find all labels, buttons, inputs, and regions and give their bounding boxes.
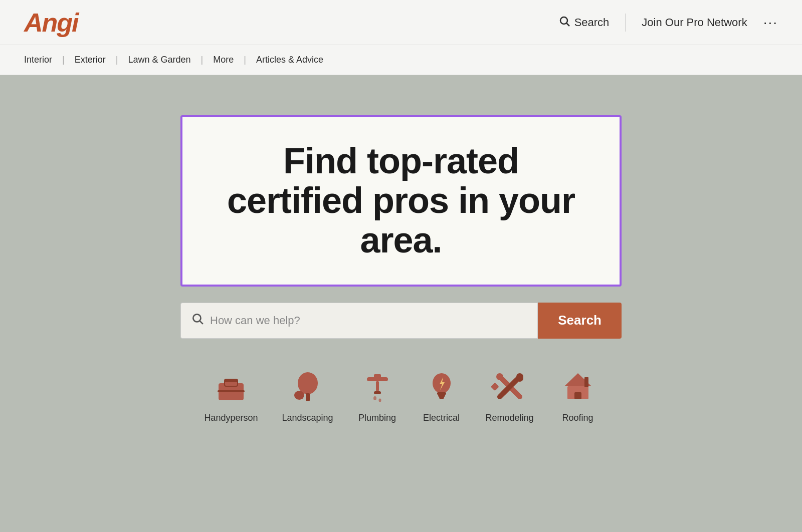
svg-point-15	[373, 396, 376, 400]
nav-item-interior[interactable]: Interior	[24, 55, 62, 65]
svg-rect-20	[439, 397, 444, 399]
join-pro-button[interactable]: Join Our Pro Network	[642, 16, 747, 29]
header: Angi Search Join Our Pro Network ···	[0, 0, 802, 45]
nav-item-lawn[interactable]: Lawn & Garden	[118, 55, 200, 65]
search-nav[interactable]: Search	[558, 15, 610, 30]
handyperson-icon	[211, 367, 251, 407]
landscaping-icon	[288, 367, 328, 407]
svg-point-2	[193, 314, 200, 322]
nav-item-more[interactable]: More	[203, 55, 244, 65]
svg-point-0	[560, 17, 567, 24]
svg-point-10	[294, 391, 304, 400]
svg-rect-14	[374, 391, 381, 394]
plumbing-icon	[357, 367, 397, 407]
nav-item-articles[interactable]: Articles & Advice	[246, 55, 333, 65]
search-bar-icon	[191, 312, 204, 329]
header-right: Search Join Our Pro Network ···	[558, 14, 778, 32]
svg-point-8	[298, 372, 318, 394]
svg-rect-19	[438, 395, 445, 397]
svg-rect-6	[225, 379, 238, 382]
search-bar-container: Search	[180, 303, 622, 339]
svg-rect-13	[376, 381, 379, 391]
remodeling-icon	[490, 367, 530, 407]
remodeling-label: Remodeling	[486, 413, 534, 423]
logo[interactable]: Angi	[24, 8, 78, 38]
main-content: Find top-rated certified pros in your ar…	[0, 75, 802, 453]
electrical-icon	[422, 367, 462, 407]
svg-rect-7	[218, 390, 245, 392]
svg-point-29	[516, 373, 523, 380]
handyperson-label: Handyperson	[204, 413, 258, 423]
roofing-label: Roofing	[562, 413, 593, 423]
navbar: Interior | Exterior | Lawn & Garden | Mo…	[0, 45, 802, 75]
svg-rect-12	[367, 377, 388, 381]
roofing-icon	[558, 367, 598, 407]
svg-rect-23	[490, 382, 499, 391]
svg-line-3	[200, 321, 203, 324]
electrical-label: Electrical	[423, 413, 460, 423]
svg-rect-18	[437, 392, 446, 395]
category-landscaping[interactable]: Landscaping	[282, 367, 333, 423]
hero-box: Find top-rated certified pros in your ar…	[180, 115, 622, 287]
svg-rect-9	[306, 393, 310, 401]
category-electrical[interactable]: Electrical	[422, 367, 462, 423]
svg-rect-32	[574, 392, 581, 399]
search-label: Search	[574, 16, 610, 29]
category-handyperson[interactable]: Handyperson	[204, 367, 258, 423]
svg-line-1	[566, 23, 569, 26]
more-menu-button[interactable]: ···	[763, 15, 778, 31]
hero-title: Find top-rated certified pros in your ar…	[223, 141, 579, 260]
search-bar	[180, 303, 538, 339]
plumbing-label: Plumbing	[358, 413, 396, 423]
svg-point-28	[496, 373, 503, 380]
svg-point-16	[378, 398, 381, 402]
svg-rect-33	[584, 377, 588, 387]
landscaping-label: Landscaping	[282, 413, 333, 423]
header-divider	[625, 14, 626, 32]
category-plumbing[interactable]: Plumbing	[357, 367, 397, 423]
categories: Handyperson Landscaping	[180, 367, 622, 423]
category-remodeling[interactable]: Remodeling	[486, 367, 534, 423]
nav-item-exterior[interactable]: Exterior	[65, 55, 116, 65]
category-roofing[interactable]: Roofing	[558, 367, 598, 423]
search-input[interactable]	[210, 314, 527, 327]
search-icon	[558, 15, 570, 30]
search-button[interactable]: Search	[538, 303, 622, 339]
